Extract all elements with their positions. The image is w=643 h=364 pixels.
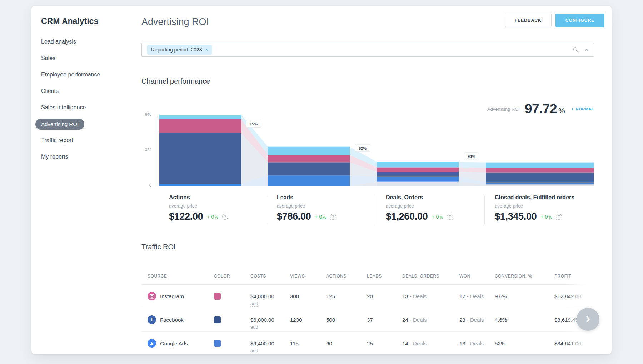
source-label: Google Ads bbox=[160, 340, 188, 346]
source-cell: Google Ads bbox=[148, 339, 188, 348]
help-icon[interactable]: ? bbox=[330, 214, 336, 220]
column-header-profit: PROFIT bbox=[554, 274, 571, 279]
column-header-deals: DEALS, ORDERS bbox=[402, 274, 439, 279]
deals-cell: 24 - Deals bbox=[402, 317, 427, 323]
stat-subtitle: average price bbox=[169, 203, 228, 209]
status-label: NORMAL bbox=[576, 107, 594, 111]
column-header-views: VIEWS bbox=[290, 274, 305, 279]
help-icon[interactable]: ? bbox=[556, 214, 562, 220]
stat-price-row: $786.00+ 0%? bbox=[277, 211, 336, 222]
won-count: 23 bbox=[459, 317, 465, 323]
won-cell: 23 - Deals bbox=[459, 317, 484, 323]
sidebar-item-lead-analysis[interactable]: Lead analysis bbox=[41, 34, 130, 50]
stat-delta-unit: % bbox=[215, 215, 218, 219]
table-row-google-ads: Google Ads$9,400.00add115602514 - Deals1… bbox=[141, 332, 594, 354]
sidebar-item-label: Employee performance bbox=[41, 72, 100, 78]
conversion-cell: 9.6% bbox=[495, 293, 507, 299]
status-badge: ● NORMAL bbox=[571, 107, 594, 111]
views-cell: 300 bbox=[290, 293, 299, 299]
stat-title: Leads bbox=[277, 194, 336, 201]
stat-subtitle: average price bbox=[495, 203, 574, 209]
costs-cell: $9,400.00add bbox=[250, 340, 274, 354]
channel-performance-title: Channel performance bbox=[141, 77, 210, 85]
funnel-chart: 15%62%93% bbox=[159, 113, 594, 190]
views-cell: 115 bbox=[290, 340, 299, 346]
column-header-conversion: CONVERSION, % bbox=[495, 274, 532, 279]
source-label: Instagram bbox=[160, 293, 184, 299]
configure-button[interactable]: CONFIGURE bbox=[555, 14, 604, 27]
chip-close-icon[interactable]: × bbox=[205, 47, 208, 52]
add-costs-link[interactable]: add bbox=[250, 301, 258, 307]
page-title: Advertising ROI bbox=[141, 16, 209, 28]
filter-bar[interactable]: Reporting period: 2023 × × bbox=[141, 43, 594, 57]
color-cell bbox=[214, 340, 221, 347]
help-icon[interactable]: ? bbox=[222, 214, 228, 220]
profit-cell: $8,619.45 bbox=[554, 317, 578, 323]
clear-filter-icon[interactable]: × bbox=[585, 47, 588, 53]
stat-subtitle: average price bbox=[277, 203, 336, 209]
sidebar-item-my-reports[interactable]: My reports bbox=[41, 149, 130, 165]
color-cell bbox=[214, 293, 221, 300]
stat-divider bbox=[375, 196, 375, 224]
y-axis-line bbox=[156, 115, 156, 186]
deals-count: 24 bbox=[402, 317, 408, 323]
deals-count: 13 bbox=[402, 293, 408, 299]
help-icon[interactable]: ? bbox=[447, 214, 453, 220]
column-header-won: WON bbox=[459, 274, 470, 279]
stat-price-row: $122.00+ 0%? bbox=[169, 211, 228, 222]
column-header-actions: ACTIONS bbox=[326, 274, 347, 279]
stat-delta-unit: % bbox=[439, 215, 443, 219]
google-ads-icon bbox=[148, 339, 156, 348]
sidebar-nav: Lead analysisSalesEmployee performanceCl… bbox=[41, 34, 130, 165]
leads-cell: 25 bbox=[367, 340, 373, 346]
traffic-roi-title: Traffic ROI bbox=[141, 243, 176, 251]
chevron-right-icon: › bbox=[585, 311, 590, 325]
stat-block-deals-orders: Deals, Ordersaverage price$1,260.00+ 0%? bbox=[386, 194, 453, 222]
add-costs-link[interactable]: add bbox=[250, 324, 258, 330]
color-swatch bbox=[214, 293, 221, 300]
sidebar-item-employee-performance[interactable]: Employee performance bbox=[41, 66, 130, 83]
main-card: CRM Analytics Lead analysisSalesEmployee… bbox=[31, 6, 612, 354]
profit-cell: $12,842.00 bbox=[554, 293, 581, 299]
leads-cell: 37 bbox=[367, 317, 373, 323]
stat-delta-unit: % bbox=[548, 215, 552, 219]
sidebar-item-traffic-report[interactable]: Traffic report bbox=[41, 132, 130, 149]
conversion-cell: 52% bbox=[495, 340, 505, 346]
filter-chip-label: Reporting period: 2023 bbox=[151, 47, 202, 53]
costs-cell: $6,000.00add bbox=[250, 317, 274, 330]
sidebar-item-sales[interactable]: Sales bbox=[41, 50, 130, 66]
column-header-leads: LEADS bbox=[367, 274, 382, 279]
source-cell: Instagram bbox=[148, 292, 184, 300]
profit-cell: $34,641.00 bbox=[554, 340, 581, 346]
stat-title: Deals, Orders bbox=[386, 194, 453, 201]
won-cell: 12 - Deals bbox=[459, 293, 484, 299]
won-label: - Deals bbox=[465, 293, 484, 299]
sidebar-item-label: Sales Intelligence bbox=[41, 105, 86, 110]
sidebar-item-advertising-roi[interactable]: Advertising ROI bbox=[41, 116, 130, 132]
column-header-source: SOURCE bbox=[148, 274, 167, 279]
stat-price: $122.00 bbox=[169, 211, 203, 222]
table-row-instagram: Instagram$4,000.00add3001252013 - Deals1… bbox=[141, 285, 594, 308]
won-cell: 13 - Deals bbox=[459, 340, 484, 346]
column-header-costs: COSTS bbox=[250, 274, 266, 279]
stat-block-actions: Actionsaverage price$122.00+ 0%? bbox=[169, 194, 228, 222]
scroll-right-button[interactable]: › bbox=[577, 308, 599, 331]
funnel-stats: Actionsaverage price$122.00+ 0%?Leadsave… bbox=[141, 194, 594, 228]
y-tick-label: 0 bbox=[141, 183, 151, 188]
page-background: { "app": { "title": "CRM Analytics" }, "… bbox=[0, 0, 643, 364]
costs-value: $4,000.00 bbox=[250, 293, 274, 299]
conversion-label: 62% bbox=[355, 144, 370, 152]
filter-chip[interactable]: Reporting period: 2023 × bbox=[147, 45, 212, 55]
add-costs-link[interactable]: add bbox=[250, 348, 258, 354]
stat-divider bbox=[266, 196, 266, 224]
y-tick-label: 324 bbox=[141, 148, 151, 152]
header-buttons: FEEDBACK CONFIGURE bbox=[505, 14, 604, 27]
feedback-button[interactable]: FEEDBACK bbox=[505, 14, 552, 27]
sidebar-item-sales-intelligence[interactable]: Sales Intelligence bbox=[41, 99, 130, 116]
deals-label: - Deals bbox=[408, 293, 427, 299]
sidebar-item-clients[interactable]: Clients bbox=[41, 83, 130, 99]
source-cell: fFacebook bbox=[148, 315, 184, 324]
search-icon[interactable] bbox=[573, 47, 579, 53]
stat-delta-unit: % bbox=[323, 215, 326, 219]
stat-price-row: $1,345.00+ 0%? bbox=[495, 211, 574, 222]
